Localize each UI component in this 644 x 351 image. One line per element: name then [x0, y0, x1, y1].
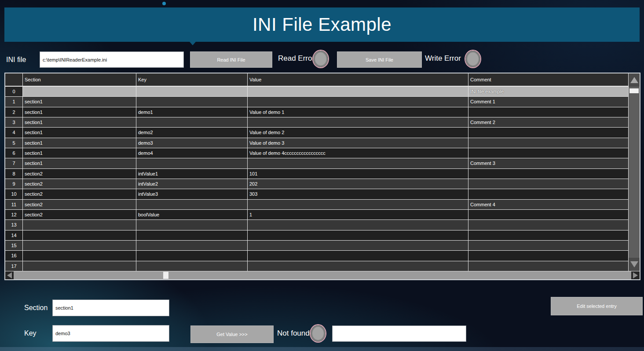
key-cell[interactable] [136, 117, 248, 127]
row-index-cell[interactable]: 14 [5, 230, 23, 240]
key-cell[interactable]: demo4 [136, 148, 248, 158]
value-cell[interactable] [248, 200, 468, 209]
value-cell[interactable]: Value of demo 3 [248, 138, 468, 148]
comment-cell[interactable] [468, 210, 628, 219]
table-row[interactable]: 10section2intValue3303 [5, 189, 628, 199]
value-cell[interactable] [248, 97, 468, 106]
v-scroll-thumb[interactable] [629, 88, 639, 93]
key-cell[interactable] [136, 261, 248, 271]
key-cell[interactable] [136, 200, 248, 209]
row-index-cell[interactable]: 5 [5, 138, 23, 148]
scroll-down-button[interactable] [629, 258, 640, 271]
value-cell[interactable] [248, 117, 468, 127]
key-cell[interactable]: intValue3 [136, 189, 248, 199]
value-cell[interactable]: Value of demo 1 [248, 107, 468, 117]
section-input[interactable]: section1 [52, 300, 169, 316]
key-cell[interactable] [136, 97, 248, 106]
scroll-right-button[interactable] [631, 271, 640, 279]
value-cell[interactable] [248, 220, 468, 230]
row-index-cell[interactable]: 11 [5, 200, 23, 209]
section-cell[interactable]: section2 [23, 210, 136, 219]
section-cell[interactable]: section1 [23, 107, 136, 117]
section-cell[interactable] [23, 220, 136, 230]
value-cell[interactable]: Value of demo 4ccccccccccccccccc [248, 148, 468, 158]
h-scroll-thumb[interactable] [163, 272, 168, 279]
table-row[interactable]: 4section1demo2Value of demo 2 [5, 128, 628, 138]
row-index-cell[interactable]: 10 [5, 189, 23, 199]
key-cell[interactable] [136, 251, 248, 260]
comment-cell[interactable] [468, 251, 628, 260]
section-cell[interactable] [23, 251, 136, 260]
value-cell[interactable]: 1 [248, 210, 468, 219]
key-cell[interactable]: intValue1 [136, 169, 248, 179]
ini-file-input[interactable]: c:\temp\INIReaderExample.ini [40, 51, 184, 68]
result-output[interactable] [332, 325, 466, 342]
comment-cell[interactable] [468, 189, 628, 199]
section-cell[interactable]: section2 [23, 200, 136, 209]
table-row[interactable]: 3section1Comment 2 [5, 117, 628, 128]
row-index-cell[interactable]: 6 [5, 148, 23, 158]
table-row[interactable]: 17 [5, 261, 628, 271]
value-cell[interactable] [248, 241, 468, 250]
table-row[interactable]: 15 [5, 241, 628, 251]
row-index-cell[interactable]: 12 [5, 210, 23, 219]
key-cell[interactable]: demo2 [136, 128, 248, 137]
value-cell[interactable] [248, 261, 468, 271]
key-cell[interactable] [136, 220, 248, 230]
comment-cell[interactable] [468, 128, 628, 137]
comment-cell[interactable] [468, 169, 628, 179]
value-cell[interactable]: Value of demo 2 [248, 128, 468, 137]
table-row[interactable]: 11section2Comment 4 [5, 200, 628, 210]
get-value-button[interactable]: Get Value >>> [190, 325, 274, 343]
table-row[interactable]: 0INI file example [5, 87, 628, 97]
section-cell[interactable] [23, 261, 136, 271]
table-row[interactable]: 2section1demo1Value of demo 1 [5, 107, 628, 117]
comment-cell[interactable]: Comment 1 [468, 97, 628, 106]
row-index-cell[interactable]: 16 [5, 251, 23, 260]
comment-cell[interactable] [468, 148, 628, 158]
row-index-cell[interactable]: 8 [5, 169, 23, 179]
key-cell[interactable] [136, 158, 248, 168]
row-index-cell[interactable]: 3 [5, 117, 23, 127]
row-index-cell[interactable]: 0 [5, 87, 23, 96]
section-cell[interactable]: section1 [23, 117, 136, 127]
section-cell[interactable]: section1 [23, 128, 136, 137]
row-index-cell[interactable]: 15 [5, 241, 23, 250]
section-cell[interactable] [23, 241, 136, 250]
comment-cell[interactable]: Comment 4 [468, 200, 628, 209]
table-row[interactable]: 9section2intValue2202 [5, 179, 628, 189]
row-index-cell[interactable]: 1 [5, 97, 23, 106]
edit-selected-entry-button[interactable]: Edit selected entry [551, 297, 643, 315]
horizontal-scrollbar[interactable] [5, 271, 640, 279]
save-ini-button[interactable]: Save INI File [337, 51, 422, 68]
row-index-cell[interactable]: 9 [5, 179, 23, 189]
key-cell[interactable] [136, 87, 248, 96]
key-cell[interactable] [136, 241, 248, 250]
value-cell[interactable]: 101 [248, 169, 468, 179]
value-cell[interactable] [248, 87, 468, 96]
section-cell[interactable]: section2 [23, 179, 136, 189]
value-cell[interactable]: 303 [248, 189, 468, 199]
comment-cell[interactable]: Comment 3 [468, 158, 628, 168]
key-cell[interactable]: boolValue [136, 210, 248, 219]
comment-cell[interactable] [468, 241, 628, 250]
value-cell[interactable] [248, 230, 468, 240]
section-cell[interactable]: section1 [23, 148, 136, 158]
row-index-cell[interactable]: 4 [5, 128, 23, 137]
table-row[interactable]: 5section1demo3Value of demo 3 [5, 138, 628, 148]
comment-cell[interactable]: Comment 2 [468, 117, 628, 127]
comment-cell[interactable] [468, 230, 628, 240]
section-cell[interactable]: section1 [23, 158, 136, 168]
key-cell[interactable]: demo1 [136, 107, 248, 117]
scroll-left-button[interactable] [5, 271, 14, 279]
table-row[interactable]: 6section1demo4Value of demo 4ccccccccccc… [5, 148, 628, 158]
table-row[interactable]: 8section2intValue1101 [5, 169, 628, 179]
key-cell[interactable] [136, 230, 248, 240]
section-cell[interactable] [23, 87, 136, 96]
section-cell[interactable]: section2 [23, 189, 136, 199]
table-row[interactable]: 13 [5, 220, 628, 230]
row-index-cell[interactable]: 2 [5, 107, 23, 117]
table-row[interactable]: 12section2boolValue1 [5, 210, 628, 220]
comment-cell[interactable] [468, 179, 628, 189]
comment-cell[interactable] [468, 261, 628, 271]
